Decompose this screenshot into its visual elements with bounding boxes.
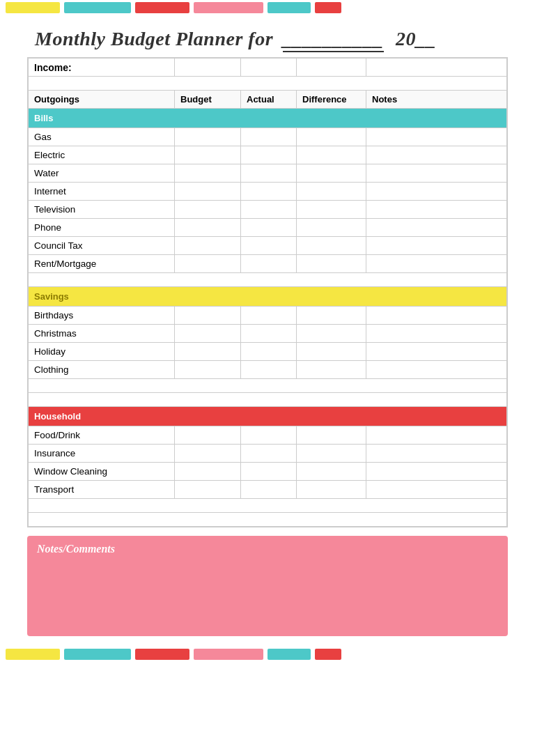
income-actual[interactable] bbox=[241, 59, 297, 77]
insurance-diff[interactable] bbox=[297, 445, 366, 463]
television-actual[interactable] bbox=[241, 201, 297, 219]
transport-diff[interactable] bbox=[297, 481, 366, 499]
holiday-notes[interactable] bbox=[366, 343, 507, 361]
water-budget[interactable] bbox=[175, 164, 241, 183]
electric-notes[interactable] bbox=[366, 146, 507, 164]
gas-budget[interactable] bbox=[175, 128, 241, 146]
notes-comments-box[interactable]: Notes/Comments bbox=[27, 536, 508, 636]
insurance-budget[interactable] bbox=[175, 445, 241, 463]
phone-diff[interactable] bbox=[297, 219, 366, 237]
window-notes[interactable] bbox=[366, 463, 507, 481]
header-budget: Budget bbox=[175, 91, 241, 109]
water-diff[interactable] bbox=[297, 164, 366, 183]
page-title: Monthly Budget Planner for __________ 20… bbox=[35, 28, 436, 49]
television-budget[interactable] bbox=[175, 201, 241, 219]
council-tax-actual[interactable] bbox=[241, 237, 297, 255]
television-diff[interactable] bbox=[297, 201, 366, 219]
council-tax-budget[interactable] bbox=[175, 237, 241, 255]
table-row: Insurance bbox=[29, 445, 507, 463]
electric-budget[interactable] bbox=[175, 146, 241, 164]
electric-diff[interactable] bbox=[297, 146, 366, 164]
page-wrapper: Monthly Budget Planner for __________ 20… bbox=[0, 0, 535, 756]
table-row: Phone bbox=[29, 219, 507, 237]
title-underline[interactable]: __________ bbox=[283, 28, 384, 52]
savings-category-header: Savings bbox=[29, 287, 507, 307]
water-notes[interactable] bbox=[366, 164, 507, 183]
holiday-diff[interactable] bbox=[297, 343, 366, 361]
income-notes[interactable] bbox=[366, 59, 507, 77]
window-diff[interactable] bbox=[297, 463, 366, 481]
transport-actual[interactable] bbox=[241, 481, 297, 499]
food-notes[interactable] bbox=[366, 426, 507, 445]
clothing-budget[interactable] bbox=[175, 361, 241, 379]
bar-teal-1 bbox=[64, 2, 131, 13]
item-food-drink: Food/Drink bbox=[29, 426, 175, 445]
bottom-color-bar bbox=[0, 645, 535, 664]
item-television: Television bbox=[29, 201, 175, 219]
phone-notes[interactable] bbox=[366, 219, 507, 237]
table-row: Rent/Mortgage bbox=[29, 255, 507, 273]
income-budget[interactable] bbox=[175, 59, 241, 77]
window-budget[interactable] bbox=[175, 463, 241, 481]
christmas-actual[interactable] bbox=[241, 325, 297, 343]
item-water: Water bbox=[29, 164, 175, 183]
birthdays-budget[interactable] bbox=[175, 307, 241, 325]
rent-actual[interactable] bbox=[241, 255, 297, 273]
item-electric: Electric bbox=[29, 146, 175, 164]
table-row: Clothing bbox=[29, 361, 507, 379]
rent-budget[interactable] bbox=[175, 255, 241, 273]
title-section: Monthly Budget Planner for __________ 20… bbox=[0, 15, 535, 57]
clothing-notes[interactable] bbox=[366, 361, 507, 379]
bills-category-header: Bills bbox=[29, 109, 507, 128]
insurance-notes[interactable] bbox=[366, 445, 507, 463]
spacer-row-3 bbox=[29, 379, 507, 393]
gas-diff[interactable] bbox=[297, 128, 366, 146]
insurance-actual[interactable] bbox=[241, 445, 297, 463]
bills-label: Bills bbox=[29, 109, 507, 128]
television-notes[interactable] bbox=[366, 201, 507, 219]
phone-actual[interactable] bbox=[241, 219, 297, 237]
christmas-budget[interactable] bbox=[175, 325, 241, 343]
holiday-budget[interactable] bbox=[175, 343, 241, 361]
council-tax-diff[interactable] bbox=[297, 237, 366, 255]
internet-budget[interactable] bbox=[175, 183, 241, 201]
transport-budget[interactable] bbox=[175, 481, 241, 499]
notes-label: Notes/Comments bbox=[37, 543, 498, 555]
item-window-cleaning: Window Cleaning bbox=[29, 463, 175, 481]
header-outgoings: Outgoings bbox=[29, 91, 175, 109]
gas-notes[interactable] bbox=[366, 128, 507, 146]
council-tax-notes[interactable] bbox=[366, 237, 507, 255]
household-category-header: Household bbox=[29, 407, 507, 426]
notes-content-area[interactable] bbox=[37, 560, 498, 629]
rent-diff[interactable] bbox=[297, 255, 366, 273]
food-budget[interactable] bbox=[175, 426, 241, 445]
internet-diff[interactable] bbox=[297, 183, 366, 201]
food-actual[interactable] bbox=[241, 426, 297, 445]
spacer-row-2 bbox=[29, 273, 507, 287]
header-difference: Difference bbox=[297, 91, 366, 109]
item-holiday: Holiday bbox=[29, 343, 175, 361]
table-row: Water bbox=[29, 164, 507, 183]
gas-actual[interactable] bbox=[241, 128, 297, 146]
christmas-diff[interactable] bbox=[297, 325, 366, 343]
phone-budget[interactable] bbox=[175, 219, 241, 237]
water-actual[interactable] bbox=[241, 164, 297, 183]
bar-yellow-1 bbox=[6, 2, 60, 13]
christmas-notes[interactable] bbox=[366, 325, 507, 343]
income-diff[interactable] bbox=[297, 59, 366, 77]
food-diff[interactable] bbox=[297, 426, 366, 445]
internet-notes[interactable] bbox=[366, 183, 507, 201]
clothing-diff[interactable] bbox=[297, 361, 366, 379]
clothing-actual[interactable] bbox=[241, 361, 297, 379]
birthdays-diff[interactable] bbox=[297, 307, 366, 325]
window-actual[interactable] bbox=[241, 463, 297, 481]
transport-notes[interactable] bbox=[366, 481, 507, 499]
internet-actual[interactable] bbox=[241, 183, 297, 201]
holiday-actual[interactable] bbox=[241, 343, 297, 361]
birthdays-actual[interactable] bbox=[241, 307, 297, 325]
item-insurance: Insurance bbox=[29, 445, 175, 463]
electric-actual[interactable] bbox=[241, 146, 297, 164]
title-year: 20__ bbox=[396, 28, 436, 49]
birthdays-notes[interactable] bbox=[366, 307, 507, 325]
rent-notes[interactable] bbox=[366, 255, 507, 273]
